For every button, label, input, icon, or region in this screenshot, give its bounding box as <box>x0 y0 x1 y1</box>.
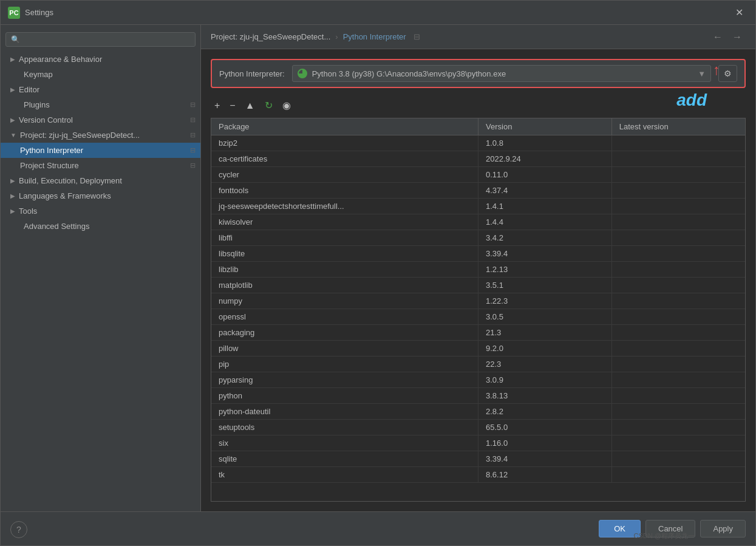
cell-version: 3.8.13 <box>478 388 612 404</box>
cell-latest <box>611 151 745 167</box>
table-row[interactable]: libzlib 1.2.13 <box>211 262 745 278</box>
add-package-button[interactable]: + <box>211 98 223 113</box>
breadcrumb-separator: › <box>335 32 338 41</box>
cell-latest <box>611 388 745 404</box>
cell-version: 4.37.4 <box>478 183 612 199</box>
dropdown-arrow-icon: ▼ <box>698 69 706 78</box>
eye-button[interactable]: ◉ <box>279 98 295 113</box>
sidebar-item-project[interactable]: ▼ Project: zju-jq_SeeSweepDetect... ⊟ <box>1 128 200 143</box>
cell-version: 1.16.0 <box>478 435 612 451</box>
cell-latest <box>611 420 745 435</box>
sidebar-item-version-control[interactable]: ▶ Version Control ⊟ <box>1 112 200 128</box>
cell-version: 9.2.0 <box>478 341 612 357</box>
table-row[interactable]: numpy 1.22.3 <box>211 293 745 309</box>
column-latest: Latest version <box>611 118 745 135</box>
cell-latest <box>611 357 745 372</box>
table-row[interactable]: libsqlite 3.39.4 <box>211 246 745 262</box>
cell-version: 2.8.2 <box>478 404 612 420</box>
interpreter-settings-button[interactable]: ⚙ <box>718 65 737 82</box>
cell-latest <box>611 325 745 341</box>
table-row[interactable]: openssl 3.0.5 <box>211 309 745 325</box>
refresh-button[interactable]: ↻ <box>261 98 276 113</box>
table-row[interactable]: fonttools 4.37.4 <box>211 183 745 199</box>
table-row[interactable]: cycler 0.11.0 <box>211 167 745 183</box>
sidebar-item-project-structure[interactable]: Project Structure ⊟ <box>1 158 200 173</box>
remove-package-button[interactable]: − <box>226 98 239 113</box>
nav-forward-button[interactable]: → <box>729 30 746 44</box>
cell-latest <box>611 135 745 151</box>
sidebar-item-plugins[interactable]: Plugins ⊟ <box>1 97 200 112</box>
table-row[interactable]: sqlite 3.39.4 <box>211 451 745 467</box>
right-panel: Project: zju-jq_SeeSweepDetect... › Pyth… <box>201 25 755 511</box>
cell-version: 3.5.1 <box>478 278 612 293</box>
cell-version: 3.39.4 <box>478 246 612 262</box>
cell-latest <box>611 230 745 246</box>
cell-package: libzlib <box>211 262 478 278</box>
sidebar-item-keymap[interactable]: Keymap <box>1 67 200 82</box>
cell-latest <box>611 278 745 293</box>
table-row[interactable]: tk 8.6.12 <box>211 467 745 483</box>
cell-package: libffi <box>211 230 478 246</box>
sidebar-item-tools[interactable]: ▶ Tools <box>1 203 200 219</box>
search-input[interactable] <box>5 32 196 47</box>
apply-button[interactable]: Apply <box>700 520 746 537</box>
cell-package: pillow <box>211 341 478 357</box>
nav-back-button[interactable]: ← <box>709 30 726 44</box>
interpreter-label: Python Interpreter: <box>219 69 285 78</box>
sidebar-item-build[interactable]: ▶ Build, Execution, Deployment <box>1 173 200 188</box>
move-up-button[interactable]: ▲ <box>242 98 259 113</box>
window-title: Settings <box>25 8 730 17</box>
cell-version: 2022.9.24 <box>478 151 612 167</box>
cell-package: pyparsing <box>211 372 478 388</box>
python-status-icon <box>298 69 307 78</box>
table-row[interactable]: bzip2 1.0.8 <box>211 135 745 151</box>
cell-package: matplotlib <box>211 278 478 293</box>
sidebar-item-appearance[interactable]: ▶ Appearance & Behavior <box>1 52 200 67</box>
sidebar-item-advanced-settings[interactable]: Advanced Settings <box>1 219 200 234</box>
table-row[interactable]: six 1.16.0 <box>211 435 745 451</box>
cell-package: fonttools <box>211 183 478 199</box>
cell-package: openssl <box>211 309 478 325</box>
cell-version: 3.0.5 <box>478 309 612 325</box>
table-row[interactable]: kiwisolver 1.4.4 <box>211 214 745 230</box>
breadcrumb: Project: zju-jq_SeeSweepDetect... › Pyth… <box>201 25 755 49</box>
table-row[interactable]: ca-certificates 2022.9.24 <box>211 151 745 167</box>
interpreter-icon: ⊟ <box>190 146 196 154</box>
table-row[interactable]: pyparsing 3.0.9 <box>211 372 745 388</box>
cell-latest <box>611 199 745 214</box>
sidebar-item-python-interpreter[interactable]: Python Interpreter ⊟ <box>1 143 200 158</box>
cell-version: 3.4.2 <box>478 230 612 246</box>
watermark: CSDN @程序员龙一 <box>634 531 695 541</box>
close-button[interactable]: ✕ <box>730 4 748 21</box>
sidebar-item-languages[interactable]: ▶ Languages & Frameworks <box>1 188 200 203</box>
table-row[interactable]: python-dateutil 2.8.2 <box>211 404 745 420</box>
column-version: Version <box>478 118 612 135</box>
table-row[interactable]: python 3.8.13 <box>211 388 745 404</box>
packages-table: Package Version Latest version bzip2 1.0… <box>211 118 746 502</box>
cell-latest <box>611 341 745 357</box>
table-row[interactable]: packaging 21.3 <box>211 325 745 341</box>
cell-version: 1.2.13 <box>478 262 612 278</box>
table-row[interactable]: pip 22.3 <box>211 357 745 372</box>
sidebar-item-editor[interactable]: ▶ Editor <box>1 82 200 97</box>
cell-package: six <box>211 435 478 451</box>
cell-latest <box>611 293 745 309</box>
app-icon: PC <box>8 7 20 19</box>
table-row[interactable]: jq-seesweepdetectshortesttimefull... 1.4… <box>211 199 745 214</box>
cell-version: 1.0.8 <box>478 135 612 151</box>
interpreter-value: Python 3.8 (py38) G:\Anaconda3\envs\py38… <box>312 69 693 78</box>
cell-version: 3.0.9 <box>478 372 612 388</box>
help-button[interactable]: ? <box>10 521 27 538</box>
packages-toolbar: + − ▲ ↻ ◉ <box>211 98 746 113</box>
table-row[interactable]: matplotlib 3.5.1 <box>211 278 745 293</box>
cell-latest <box>611 309 745 325</box>
table-row[interactable]: setuptools 65.5.0 <box>211 420 745 435</box>
cell-version: 1.4.4 <box>478 214 612 230</box>
interpreter-dropdown[interactable]: Python 3.8 (py38) G:\Anaconda3\envs\py38… <box>292 65 711 82</box>
breadcrumb-current: Python Interpreter <box>343 32 406 41</box>
breadcrumb-project: Project: zju-jq_SeeSweepDetect... <box>211 32 330 41</box>
table-row[interactable]: libffi 3.4.2 <box>211 230 745 246</box>
table-row[interactable]: pillow 9.2.0 <box>211 341 745 357</box>
cell-latest <box>611 167 745 183</box>
cell-version: 22.3 <box>478 357 612 372</box>
